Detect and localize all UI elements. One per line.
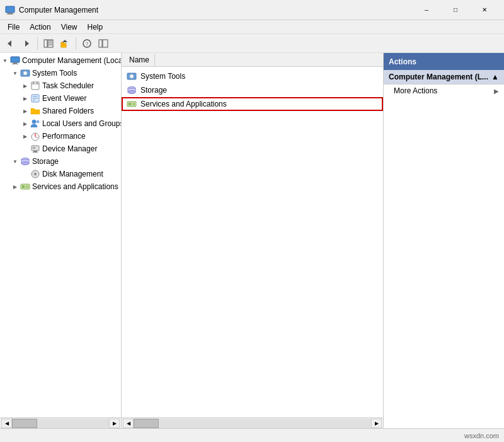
tree-item-system-tools[interactable]: ▼ System Tools xyxy=(0,67,121,79)
minimize-button[interactable]: – xyxy=(412,0,441,20)
local-users-toggle[interactable]: ▶ xyxy=(20,119,30,129)
shared-folders-toggle[interactable]: ▶ xyxy=(20,106,30,116)
svg-rect-37 xyxy=(33,151,37,152)
right-panel: Actions Computer Management (L... ▲ More… xyxy=(384,53,504,428)
scroll-left-arrow[interactable]: ◀ xyxy=(1,419,12,428)
content-item-label: Services and Applications xyxy=(140,100,227,108)
tree-item-shared-folders[interactable]: ▶ Shared Folders xyxy=(0,105,121,117)
forward-button[interactable] xyxy=(19,36,34,51)
tree-item-services-apps[interactable]: ▶ Services and Applications xyxy=(0,180,121,193)
scroll-right-arrow[interactable]: ▶ xyxy=(109,419,120,428)
scroll-track[interactable] xyxy=(12,419,109,428)
shared-folders-icon xyxy=(30,106,40,116)
menu-bar: File Action View Help xyxy=(0,20,504,34)
tree-item-device-manager[interactable]: ▶ Device Manager xyxy=(0,142,121,155)
title-bar: Computer Management – □ ✕ xyxy=(0,0,504,20)
more-actions-arrow: ▶ xyxy=(494,88,499,95)
tree-item-event-viewer[interactable]: ▶ Event Viewer xyxy=(0,92,121,105)
center-scroll-thumb[interactable] xyxy=(134,419,159,428)
tree-root[interactable]: ▼ Computer Management (Local xyxy=(0,54,121,67)
center-scroll-left-arrow[interactable]: ◀ xyxy=(123,419,134,428)
services-apps-toggle[interactable]: ▶ xyxy=(10,182,20,192)
tree-item-label: Storage xyxy=(32,157,59,166)
tree-area: ▼ Computer Management (Local ▼ xyxy=(0,53,121,417)
svg-rect-54 xyxy=(129,103,131,105)
local-users-icon xyxy=(30,119,40,129)
actions-section-computer-mgmt[interactable]: Computer Management (L... ▲ xyxy=(384,70,504,84)
scroll-thumb[interactable] xyxy=(12,419,37,428)
svg-rect-0 xyxy=(6,6,14,13)
performance-icon xyxy=(30,131,40,141)
help-button[interactable]: ? xyxy=(79,36,94,51)
tree-item-label: Shared Folders xyxy=(42,107,94,115)
menu-help[interactable]: Help xyxy=(83,21,108,33)
svg-marker-3 xyxy=(8,40,11,47)
tree-item-storage[interactable]: ▼ Storage xyxy=(0,155,121,168)
svg-rect-5 xyxy=(44,40,47,47)
svg-rect-38 xyxy=(33,152,38,153)
center-content: System Tools Storage xyxy=(122,67,383,417)
center-scroll-right-arrow[interactable]: ▶ xyxy=(371,419,382,428)
maximize-button[interactable]: □ xyxy=(441,0,470,20)
tree-item-label: Local Users and Groups xyxy=(42,119,121,128)
properties-button[interactable] xyxy=(96,36,111,51)
svg-line-34 xyxy=(35,137,38,138)
tree-item-label: Performance xyxy=(42,132,86,141)
content-item-label: Storage xyxy=(140,86,167,95)
svg-point-43 xyxy=(34,173,37,175)
task-scheduler-toggle[interactable]: ▶ xyxy=(20,81,30,91)
device-manager-icon xyxy=(30,144,40,154)
tree-item-label: Task Scheduler xyxy=(42,81,94,90)
content-item-system-tools[interactable]: System Tools xyxy=(122,69,383,83)
svg-rect-36 xyxy=(33,147,35,149)
svg-rect-17 xyxy=(11,57,20,62)
up-one-level-button[interactable] xyxy=(57,36,72,51)
svg-rect-19 xyxy=(12,64,18,64)
tree-item-label: Disk Management xyxy=(42,170,103,178)
svg-rect-1 xyxy=(8,13,13,14)
actions-header: Actions xyxy=(384,53,504,70)
back-button[interactable] xyxy=(3,36,18,51)
system-tools-toggle[interactable]: ▼ xyxy=(10,68,20,78)
content-item-services-apps[interactable]: Services and Applications xyxy=(122,97,383,111)
actions-item-more-actions[interactable]: More Actions ▶ xyxy=(384,84,504,97)
show-hide-tree-button[interactable] xyxy=(41,36,56,51)
center-panel-scrollbar[interactable]: ◀ ▶ xyxy=(122,417,383,428)
tree-item-task-scheduler[interactable]: ▶ Task Scheduler xyxy=(0,79,121,92)
close-button[interactable]: ✕ xyxy=(470,0,499,20)
root-toggle[interactable]: ▼ xyxy=(0,55,10,66)
system-tools-icon xyxy=(20,68,30,78)
tree-item-disk-mgmt[interactable]: ▶ Disk Management xyxy=(0,168,121,180)
main-content: ▼ Computer Management (Local ▼ xyxy=(0,53,504,428)
actions-section-arrow: ▲ xyxy=(491,73,499,81)
actions-section-label: Computer Management (L... xyxy=(389,73,488,81)
performance-toggle[interactable]: ▶ xyxy=(20,131,30,141)
center-scroll-track[interactable] xyxy=(134,419,371,428)
svg-rect-11 xyxy=(61,42,64,44)
toolbar-separator-2 xyxy=(76,37,76,50)
storage-toggle[interactable]: ▼ xyxy=(10,156,20,166)
name-column-header: Name xyxy=(124,54,155,66)
status-text: wsxdn.com xyxy=(464,432,499,439)
svg-rect-18 xyxy=(13,62,17,64)
left-panel-scrollbar[interactable]: ◀ ▶ xyxy=(0,417,121,428)
tree-item-local-users[interactable]: ▶ Local Users and Groups xyxy=(0,117,121,130)
svg-rect-15 xyxy=(99,40,102,47)
tree-item-label: System Tools xyxy=(32,69,77,78)
menu-file[interactable]: File xyxy=(3,21,25,33)
task-scheduler-icon xyxy=(30,81,40,91)
svg-point-49 xyxy=(130,74,134,78)
disk-mgmt-icon xyxy=(30,169,40,179)
event-viewer-toggle[interactable]: ▶ xyxy=(20,93,30,103)
actions-title: Actions xyxy=(389,57,416,66)
menu-action[interactable]: Action xyxy=(25,21,55,33)
content-item-storage[interactable]: Storage xyxy=(122,83,383,97)
services-apps-icon xyxy=(20,182,30,192)
content-storage-icon xyxy=(127,85,137,95)
event-viewer-icon xyxy=(30,93,40,103)
center-header: Name xyxy=(122,53,383,67)
svg-rect-22 xyxy=(32,82,39,90)
menu-view[interactable]: View xyxy=(56,21,83,33)
tree-item-performance[interactable]: ▶ Performance xyxy=(0,130,121,142)
more-actions-label: More Actions xyxy=(394,86,437,95)
